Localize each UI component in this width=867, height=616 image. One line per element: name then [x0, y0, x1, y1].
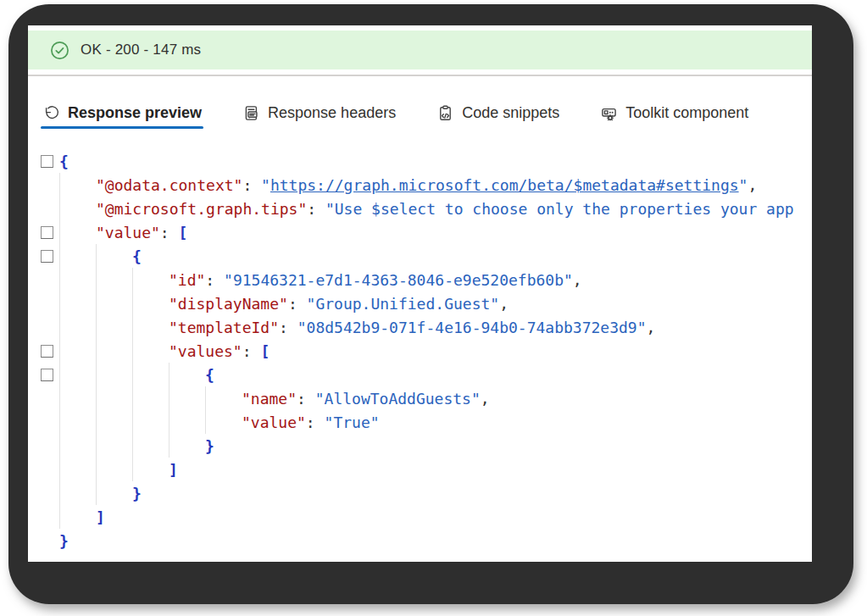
- code-token: ,: [647, 319, 656, 336]
- indent-guide: [59, 220, 96, 244]
- indent-guide: [59, 197, 96, 220]
- fold-gutter: [28, 149, 59, 173]
- indent-guide: [132, 291, 169, 315]
- indent-guide: [96, 386, 132, 410]
- document-chat-icon: [242, 104, 260, 122]
- indent-guide: [132, 315, 169, 339]
- fold-gutter: [28, 244, 59, 268]
- fold-checkbox[interactable]: [41, 369, 53, 381]
- indent-guide: [169, 410, 205, 434]
- status-text: OK - 200 - 147 ms: [81, 42, 201, 58]
- component-gear-icon: [600, 104, 618, 122]
- fold-gutter: [28, 268, 59, 291]
- fold-gutter: [28, 363, 59, 386]
- indent-guide: [169, 434, 205, 458]
- indent-guide: [169, 363, 205, 386]
- code-token: [: [179, 224, 188, 241]
- tab-bar: Response previewResponse headersCode sni…: [28, 76, 812, 137]
- clipboard-code-icon: [436, 104, 454, 122]
- indent-guide: [132, 363, 169, 386]
- indent-guide: [132, 339, 169, 363]
- tab-label: Response headers: [268, 104, 396, 122]
- fold-gutter: [28, 458, 59, 481]
- code-token: :: [306, 413, 325, 431]
- indent-guide: [132, 268, 169, 291]
- indent-guide: [59, 386, 96, 410]
- indent-guide: [59, 315, 96, 339]
- code-token: :: [288, 295, 307, 313]
- indent-guide: [169, 386, 205, 410]
- code-line: "id": "91546321-e7d1-4363-8046-e9e520efb…: [28, 268, 812, 291]
- code-token: ,: [481, 390, 490, 408]
- indent-guide: [96, 481, 132, 505]
- tab-response-preview[interactable]: Response preview: [41, 104, 203, 137]
- fold-checkbox[interactable]: [41, 250, 53, 263]
- code-line: "@microsoft.graph.tips": "Use $select to…: [28, 197, 812, 220]
- indent-guide: [59, 410, 96, 434]
- code-line: {: [28, 363, 812, 386]
- indent-guide: [132, 386, 169, 410]
- code-token: {: [132, 247, 142, 265]
- code-token: "08d542b9-071f-4e16-94b0-74abb372e3d9": [297, 319, 647, 336]
- indent-guide: [96, 363, 132, 386]
- code-token: :: [307, 200, 325, 218]
- code-line: "name": "AllowToAddGuests",: [28, 386, 812, 410]
- undo-arrow-icon: [42, 104, 60, 122]
- tab-response-headers[interactable]: Response headers: [241, 104, 397, 137]
- indent-guide: [59, 481, 96, 505]
- indent-guide: [59, 434, 96, 458]
- indent-guide: [59, 363, 96, 386]
- code-line: }: [28, 434, 812, 458]
- code-token: ,: [573, 271, 582, 289]
- fold-checkbox[interactable]: [41, 226, 53, 239]
- code-line: }: [28, 529, 812, 552]
- tab-label: Toolkit component: [625, 104, 748, 122]
- indent-guide: [96, 291, 132, 315]
- indent-guide: [59, 173, 96, 197]
- code-token: ]: [169, 461, 178, 479]
- code-token: "@microsoft.graph.tips": [96, 200, 307, 218]
- indent-guide: [59, 505, 96, 529]
- code-line: "value": [: [28, 220, 812, 244]
- indent-guide: [59, 268, 96, 291]
- code-token: "Group.Unified.Guest": [307, 295, 500, 313]
- tab-label: Code snippets: [462, 104, 559, 122]
- code-line: "values": [: [28, 339, 812, 363]
- response-body: {"@odata.context": "https://graph.micros…: [28, 137, 812, 552]
- code-token: "True": [325, 413, 380, 431]
- tab-toolkit-component[interactable]: Toolkit component: [598, 104, 750, 137]
- indent-guide: [96, 410, 132, 434]
- code-line: "@odata.context": "https://graph.microso…: [28, 173, 812, 197]
- code-token: :: [160, 224, 179, 241]
- indent-guide: [96, 434, 132, 458]
- code-token: "Use $select to choose only the properti…: [325, 200, 794, 218]
- indent-guide: [96, 339, 132, 363]
- code-token: "91546321-e7d1-4363-8046-e9e520efb60b": [224, 271, 573, 289]
- fold-checkbox[interactable]: [41, 155, 53, 168]
- fold-gutter: [28, 434, 59, 458]
- tab-code-snippets[interactable]: Code snippets: [435, 104, 561, 137]
- indent-guide: [59, 291, 96, 315]
- code-token: ]: [96, 508, 105, 526]
- fold-gutter: [28, 386, 59, 410]
- code-token: ,: [499, 295, 509, 313]
- code-line: {: [28, 244, 812, 268]
- indent-guide: [59, 458, 96, 481]
- fold-gutter: [28, 291, 59, 315]
- code-line: "templateId": "08d542b9-071f-4e16-94b0-7…: [28, 315, 812, 339]
- code-token: :: [205, 271, 224, 289]
- code-token: [: [260, 342, 270, 360]
- code-token: "templateId": [169, 319, 279, 336]
- fold-checkbox[interactable]: [41, 345, 53, 358]
- fold-gutter: [28, 339, 59, 363]
- indent-guide: [205, 386, 242, 410]
- indent-guide: [132, 458, 169, 481]
- fold-gutter: [28, 505, 59, 529]
- code-token: :: [242, 176, 261, 194]
- indent-guide: [59, 339, 96, 363]
- response-url-link[interactable]: https://graph.microsoft.com/beta/$metada…: [270, 176, 739, 194]
- code-token: "value": [96, 224, 160, 241]
- code-token: }: [132, 485, 142, 502]
- success-check-icon: [50, 41, 69, 60]
- code-token: "value": [242, 413, 306, 431]
